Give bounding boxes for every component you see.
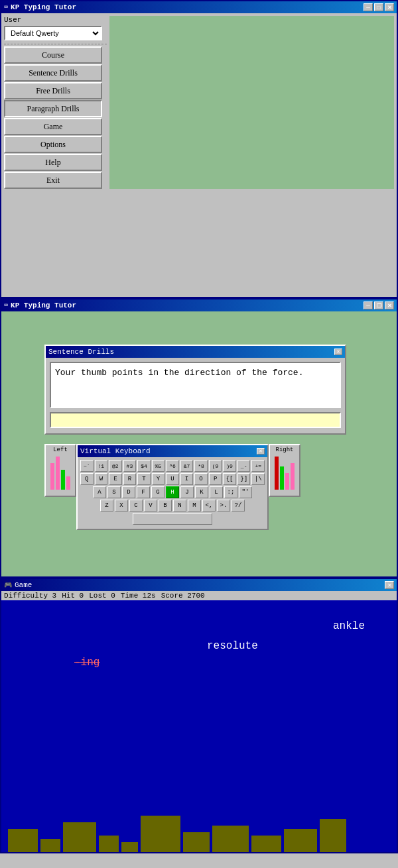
- key-g[interactable]: G: [151, 486, 165, 498]
- minimize-button[interactable]: ─: [364, 3, 373, 11]
- key-p[interactable]: P: [209, 473, 222, 485]
- game-score: Score 2700: [161, 592, 205, 600]
- game-word-ing: -ing: [74, 657, 100, 669]
- sentence-input[interactable]: [50, 412, 341, 428]
- user-select[interactable]: Default Qwerty: [4, 26, 102, 40]
- key-tilde[interactable]: ~`: [80, 460, 94, 472]
- key-z[interactable]: Z: [100, 500, 113, 512]
- key-5[interactable]: %5: [152, 460, 165, 472]
- key-x[interactable]: X: [115, 500, 128, 512]
- key-t[interactable]: T: [137, 473, 151, 485]
- key-bracket-right[interactable]: }]: [237, 473, 251, 485]
- maximize-button[interactable]: □: [374, 3, 383, 11]
- secondary-close-button[interactable]: ✕: [385, 301, 394, 309]
- key-7[interactable]: &7: [180, 460, 194, 472]
- main-window: ⌨ KP Typing Tutor ─ □ ✕ User Default Qwe…: [0, 0, 398, 298]
- key-f[interactable]: F: [137, 486, 150, 498]
- bar-1: [50, 463, 54, 490]
- key-o[interactable]: O: [194, 473, 208, 485]
- game-titlebar: 🎮 Game ✕: [1, 579, 397, 591]
- key-slash[interactable]: ?/: [232, 500, 245, 512]
- vk-titlebar: Virtual Keyboard ✕: [78, 445, 267, 457]
- key-equals[interactable]: +=: [251, 460, 265, 472]
- key-space[interactable]: [133, 513, 212, 525]
- nav-game[interactable]: Game: [4, 118, 102, 135]
- keyboard-row-space: [80, 513, 265, 525]
- nav-sentence-drills[interactable]: Sentence Drills: [4, 64, 102, 81]
- virtual-keyboard-window: Virtual Keyboard ✕ ~` !1 @2 #3 $4 %5 ^6 …: [76, 444, 269, 530]
- nav-course[interactable]: Course: [4, 46, 102, 64]
- building-7: [183, 832, 210, 852]
- nav-help[interactable]: Help: [4, 154, 102, 171]
- key-period[interactable]: >.: [217, 500, 230, 512]
- rbar-1: [275, 457, 279, 490]
- key-i[interactable]: I: [180, 473, 194, 485]
- app-icon: ⌨: [4, 3, 8, 11]
- left-label: Left: [53, 447, 68, 453]
- key-backslash[interactable]: |\: [251, 473, 265, 485]
- key-minus[interactable]: _-: [237, 460, 251, 472]
- secondary-maximize-button[interactable]: ❐: [374, 301, 383, 309]
- building-6: [141, 816, 180, 852]
- window-controls: ─ □ ✕: [364, 3, 394, 11]
- keyboard-row-asdf: A S D F G H J K L :; "': [80, 486, 265, 498]
- key-j[interactable]: J: [180, 486, 194, 498]
- key-quote[interactable]: "': [239, 486, 252, 498]
- key-s[interactable]: S: [107, 486, 121, 498]
- right-panel: Right: [269, 444, 300, 497]
- nav-exit[interactable]: Exit: [4, 172, 102, 189]
- key-e[interactable]: E: [109, 473, 122, 485]
- key-m[interactable]: M: [188, 500, 201, 512]
- key-c[interactable]: C: [129, 500, 143, 512]
- key-1[interactable]: !1: [95, 460, 108, 472]
- key-4[interactable]: $4: [137, 460, 151, 472]
- game-icon: 🎮: [4, 581, 12, 589]
- secondary-content: Sentence Drills ✕ Your thumb points in t…: [1, 311, 397, 576]
- keyboard-row-zxcv: Z X C V B N M <, >. ?/: [80, 500, 265, 512]
- sentence-drills-close[interactable]: ✕: [334, 349, 342, 355]
- secondary-minimize-button[interactable]: ─: [364, 301, 373, 309]
- rbar-3: [285, 473, 289, 490]
- key-bracket-left[interactable]: {[: [223, 473, 236, 485]
- nav-options[interactable]: Options: [4, 136, 102, 153]
- nav-free-drills[interactable]: Free Drills: [4, 82, 102, 99]
- key-8[interactable]: *8: [194, 460, 208, 472]
- key-3[interactable]: #3: [123, 460, 137, 472]
- secondary-title: KP Typing Tutor: [11, 301, 76, 309]
- game-close-button[interactable]: ✕: [385, 581, 394, 589]
- key-h[interactable]: H: [166, 486, 179, 498]
- key-6[interactable]: ^6: [166, 460, 179, 472]
- vk-content: ~` !1 @2 #3 $4 %5 ^6 &7 *8 (9 )0 _- +=: [78, 457, 267, 529]
- main-titlebar: ⌨ KP Typing Tutor ─ □ ✕: [1, 1, 397, 13]
- key-0[interactable]: )0: [223, 460, 236, 472]
- key-r[interactable]: R: [123, 473, 137, 485]
- titlebar-left: ⌨ KP Typing Tutor: [4, 3, 76, 11]
- key-9[interactable]: (9: [209, 460, 222, 472]
- key-q[interactable]: Q: [80, 473, 94, 485]
- key-2[interactable]: @2: [109, 460, 122, 472]
- right-label: Right: [275, 447, 293, 453]
- close-button[interactable]: ✕: [385, 3, 394, 11]
- building-5: [121, 842, 138, 852]
- bar-4: [66, 476, 70, 490]
- key-w[interactable]: W: [95, 473, 108, 485]
- key-v[interactable]: V: [144, 500, 157, 512]
- key-a[interactable]: A: [93, 486, 106, 498]
- key-b[interactable]: B: [159, 500, 172, 512]
- building-8: [212, 826, 249, 852]
- bar-2: [56, 457, 60, 490]
- key-n[interactable]: N: [173, 500, 186, 512]
- key-y[interactable]: Y: [152, 473, 165, 485]
- sentence-drills-titlebar: Sentence Drills ✕: [46, 346, 345, 358]
- key-comma[interactable]: <,: [202, 500, 216, 512]
- key-semicolon[interactable]: :;: [224, 486, 237, 498]
- key-u[interactable]: U: [166, 473, 179, 485]
- key-l[interactable]: L: [210, 486, 223, 498]
- nav-paragraph-drills[interactable]: Paragraph Drills: [4, 100, 102, 117]
- key-k[interactable]: K: [195, 486, 208, 498]
- key-d[interactable]: D: [122, 486, 135, 498]
- user-label: User: [4, 16, 107, 24]
- main-title: KP Typing Tutor: [11, 3, 76, 11]
- keyboard-row-numbers: ~` !1 @2 #3 $4 %5 ^6 &7 *8 (9 )0 _- +=: [80, 460, 265, 472]
- vk-close[interactable]: ✕: [257, 448, 265, 455]
